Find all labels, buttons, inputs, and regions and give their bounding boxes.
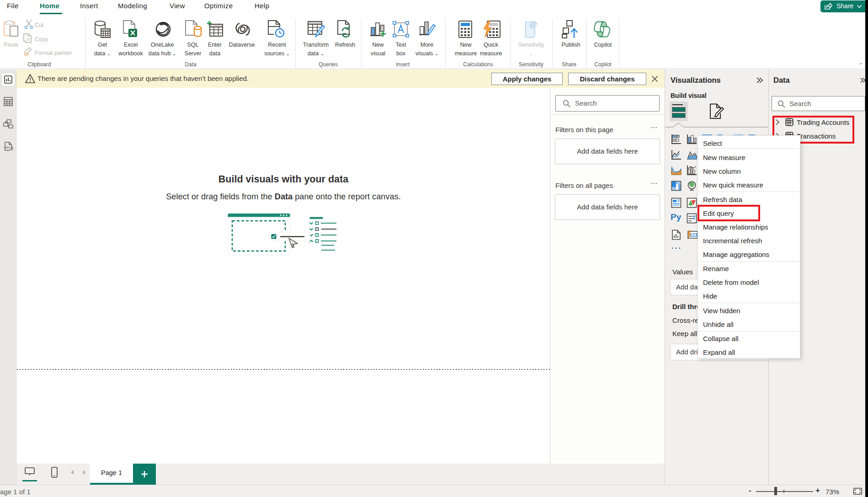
svg-text:DAX: DAX	[4, 146, 11, 149]
